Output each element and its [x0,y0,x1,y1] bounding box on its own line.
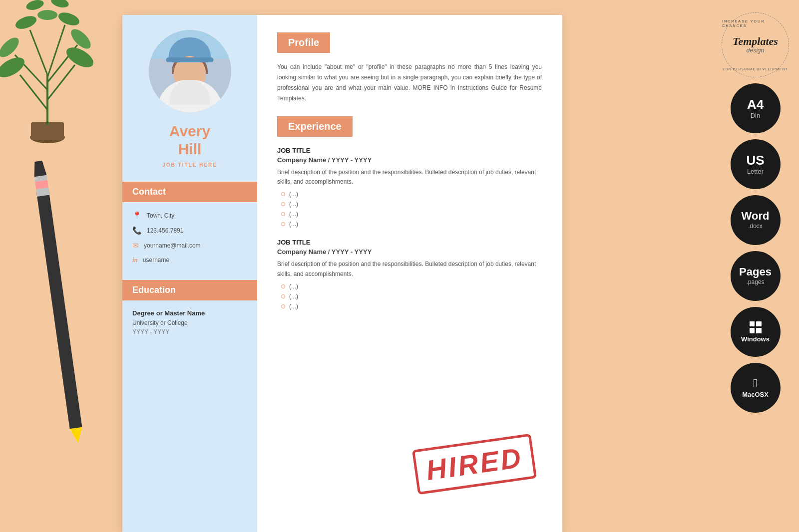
bullet-dot [281,304,285,308]
svg-line-3 [20,75,47,110]
job-1: JOB TITLE Company Name / YYYY - YYYY Bri… [277,147,542,228]
bullet-dot [281,202,285,206]
apple-icon:  [753,377,758,389]
svg-rect-1 [31,122,64,140]
logo-circle-top-text: INCREASE YOUR CHANCES [722,19,789,28]
svg-point-9 [0,53,27,81]
job-2-desc: Brief description of the position and th… [277,260,542,278]
bullet-item: (...) [281,211,542,218]
svg-point-16 [25,0,44,11]
email-icon: ✉ [132,241,139,250]
main-content: Profile You can include "about me" or "p… [257,15,562,532]
contact-location: 📍 Town, City [132,211,247,220]
format-badge-pages[interactable]: Pages .pages [731,251,781,301]
profile-text: You can include "about me" or "profile" … [277,62,542,104]
bullet-dot [281,222,285,226]
badge-us-sub: Letter [747,168,764,175]
bullet-item: (...) [281,201,542,208]
hired-stamp: HIRED [412,434,537,495]
badge-pages-sub: .pages [746,278,764,285]
contact-section: 📍 Town, City 📞 123.456.7891 ✉ yourname@m… [122,211,257,280]
format-badge-windows[interactable]: Windows [731,307,781,357]
bullet-dot [281,284,285,288]
format-sidebar: INCREASE YOUR CHANCES Templates design F… [719,12,792,413]
badge-word-sub: .docx [748,223,763,230]
bullet-item: (...) [281,221,542,228]
edu-degree: Degree or Master Name [132,309,247,317]
education-section: Degree or Master Name University or Coll… [122,309,257,345]
format-badge-macosx[interactable]:  MacOSX [731,363,781,413]
bullet-item: (...) [281,293,542,300]
svg-point-11 [0,34,22,60]
edu-years: YYYY - YYYY [132,328,247,335]
bullet-item: (...) [281,283,542,290]
logo-bottom-text: FOR PERSONAL DEVELOPMENT [723,67,788,71]
email-text: yourname@mail.com [144,242,201,249]
bullet-dot [281,192,285,196]
phone-text: 123.456.7891 [147,227,183,234]
contact-linkedin: in username [132,256,247,264]
resume-document: Avery Hill JOB TITLE HERE Contact 📍 Town… [122,15,562,532]
contact-section-header: Contact [122,182,257,202]
svg-line-4 [47,65,75,100]
logo-brand: Templates [733,36,778,47]
svg-marker-18 [70,427,84,444]
bullet-item: (...) [281,303,542,310]
badge-macosx-label: MacOSX [742,391,769,398]
badge-word-main: Word [742,211,770,222]
education-section-header: Education [122,280,257,300]
hired-text: HIRED [424,444,524,485]
phone-icon: 📞 [132,226,142,235]
linkedin-icon: in [132,256,138,264]
contact-email: ✉ yourname@mail.com [132,241,247,250]
job-2: JOB TITLE Company Name / YYYY - YYYY Bri… [277,239,542,309]
candidate-name: Avery Hill [169,122,210,158]
plant-decoration [0,0,105,145]
profile-header: Profile [277,32,330,53]
format-badge-word[interactable]: Word .docx [731,195,781,245]
linkedin-text: username [143,257,169,264]
experience-label: Experience [288,121,342,132]
logo-design: design [747,47,764,54]
location-text: Town, City [147,212,174,219]
svg-point-14 [57,10,81,28]
job-1-title: JOB TITLE [277,147,542,154]
bullet-dot [281,294,285,298]
svg-point-17 [50,0,69,9]
svg-point-13 [14,13,38,31]
windows-icon [750,321,762,333]
profile-label: Profile [288,37,319,48]
format-badge-a4[interactable]: A4 Din [731,83,781,133]
edu-school: University or College [132,319,247,326]
education-label: Education [132,285,176,295]
resume-sidebar: Avery Hill JOB TITLE HERE Contact 📍 Town… [122,15,257,532]
badge-windows-label: Windows [741,335,770,343]
experience-section: Experience JOB TITLE Company Name / YYYY… [277,116,542,310]
svg-point-15 [37,10,57,20]
job-1-company: Company Name / YYYY - YYYY [277,156,542,164]
contact-phone: 📞 123.456.7891 [132,226,247,235]
badge-pages-main: Pages [739,266,772,277]
badge-a4-main: A4 [747,98,764,111]
candidate-job-title: JOB TITLE HERE [162,162,217,168]
profile-photo [149,30,231,112]
job-2-company: Company Name / YYYY - YYYY [277,248,542,256]
experience-header: Experience [277,116,353,137]
job-2-title: JOB TITLE [277,239,542,246]
badge-us-main: US [746,154,764,167]
bullet-dot [281,212,285,216]
format-badge-us[interactable]: US Letter [731,139,781,189]
contact-label: Contact [132,187,166,197]
badge-a4-sub: Din [751,112,761,119]
profile-section: Profile You can include "about me" or "p… [277,32,542,104]
svg-line-8 [47,25,65,77]
job-1-desc: Brief description of the position and th… [277,168,542,187]
location-icon: 📍 [132,211,142,220]
svg-marker-23 [32,160,46,177]
svg-line-7 [30,30,47,75]
job-1-bullets: (...) (...) (...) (...) [277,191,542,228]
bullet-item: (...) [281,191,542,198]
job-2-bullets: (...) (...) (...) [277,283,542,310]
logo-container: INCREASE YOUR CHANCES Templates design F… [722,12,789,77]
